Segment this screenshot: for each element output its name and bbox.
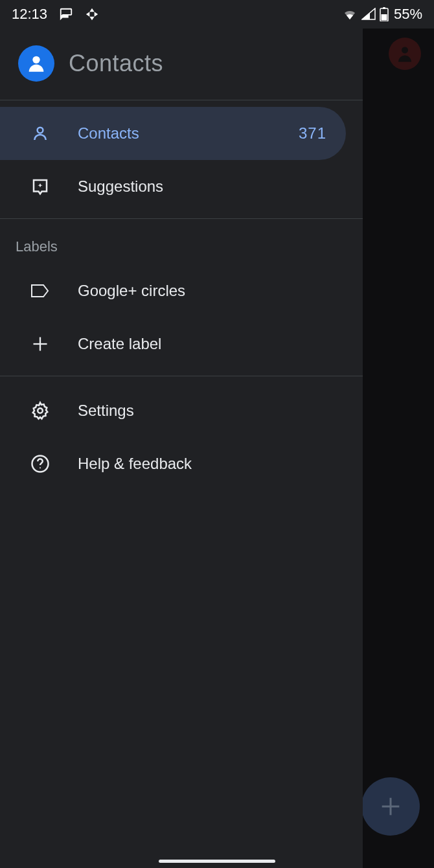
- app-title: Contacts: [69, 50, 163, 77]
- add-contact-fab[interactable]: [361, 777, 420, 836]
- status-bar: 12:13: [0, 0, 434, 29]
- app-logo-icon: [18, 45, 54, 82]
- nav-item-help-feedback[interactable]: Help & feedback: [0, 437, 363, 490]
- drawer-header: Contacts: [0, 29, 363, 100]
- divider: [0, 376, 363, 376]
- nav-item-suggestions[interactable]: Suggestions: [0, 160, 363, 213]
- profile-avatar[interactable]: [389, 38, 421, 70]
- svg-point-3: [402, 47, 408, 53]
- nav-item-label: Help & feedback: [78, 455, 343, 473]
- labels-header: Labels: [0, 219, 363, 264]
- nav-item-create-label[interactable]: Create label: [0, 317, 363, 371]
- svg-rect-1: [383, 7, 385, 9]
- signal-icon: [361, 8, 376, 21]
- contacts-count: 371: [299, 124, 326, 143]
- svg-point-12: [40, 467, 41, 468]
- person-icon: [29, 122, 52, 145]
- nav-item-label: Settings: [78, 402, 343, 420]
- svg-point-7: [38, 128, 43, 133]
- label-icon: [29, 279, 52, 303]
- nav-item-google-plus-circles[interactable]: Google+ circles: [0, 264, 363, 317]
- battery-icon: [380, 7, 389, 21]
- plus-icon: [29, 332, 52, 356]
- svg-point-6: [32, 56, 40, 63]
- help-icon: [29, 452, 52, 475]
- nav-item-label: Google+ circles: [78, 282, 343, 300]
- navigation-drawer: Contacts Contacts 371 Suggestions: [0, 29, 363, 868]
- home-indicator[interactable]: [159, 860, 275, 863]
- photos-icon: [85, 7, 99, 21]
- status-time: 12:13: [12, 6, 47, 23]
- nav-item-label: Contacts: [78, 124, 273, 143]
- nav-item-label: Create label: [78, 335, 343, 353]
- chat-notification-icon: [59, 7, 73, 21]
- svg-rect-2: [381, 14, 387, 21]
- suggestions-icon: [29, 175, 52, 198]
- nav-item-settings[interactable]: Settings: [0, 384, 363, 437]
- nav-item-contacts[interactable]: Contacts 371: [0, 107, 346, 160]
- battery-percent: 55%: [394, 6, 422, 23]
- wifi-icon: [342, 8, 358, 21]
- svg-point-10: [38, 408, 43, 413]
- nav-item-label: Suggestions: [78, 177, 343, 196]
- gear-icon: [29, 399, 52, 422]
